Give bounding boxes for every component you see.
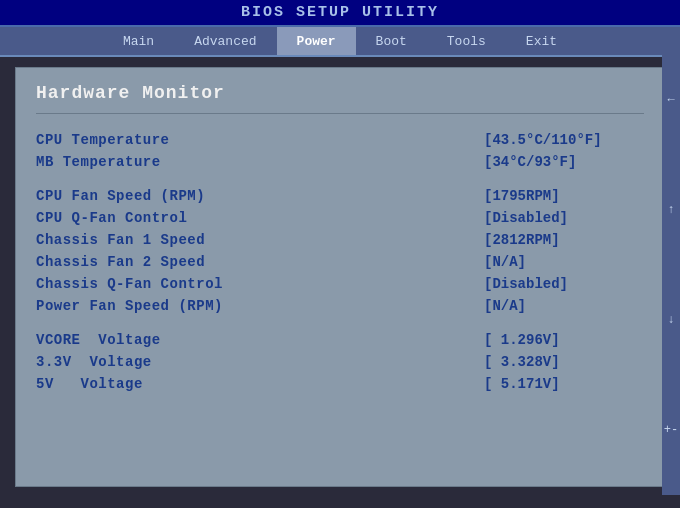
label-5v-voltage: 5V Voltage [36,376,143,392]
row-power-fan: Power Fan Speed (RPM) [N/A] [36,295,644,317]
row-cpu-temperature: CPU Temperature [43.5°C/110°F] [36,129,644,151]
header-title-text: BIOS SETUP UTILITY [241,4,439,21]
spacer-1 [36,173,644,185]
label-cpu-qfan: CPU Q-Fan Control [36,210,187,226]
row-chassis-fan1: Chassis Fan 1 Speed [2812RPM] [36,229,644,251]
arrow-left-icon[interactable]: ← [667,93,674,107]
label-mb-temperature: MB Temperature [36,154,161,170]
arrow-down-icon[interactable]: ↓ [667,313,674,327]
row-chassis-fan2: Chassis Fan 2 Speed [N/A] [36,251,644,273]
tab-main[interactable]: Main [103,27,174,55]
right-sidebar: ← ↑ ↓ +- [662,35,680,495]
value-chassis-fan1: [2812RPM] [484,232,644,248]
row-cpu-fan-speed: CPU Fan Speed (RPM) [1795RPM] [36,185,644,207]
value-chassis-fan2: [N/A] [484,254,644,270]
value-chassis-qfan: [Disabled] [484,276,644,292]
label-chassis-fan1: Chassis Fan 1 Speed [36,232,205,248]
tab-exit[interactable]: Exit [506,27,577,55]
tab-tools[interactable]: Tools [427,27,506,55]
row-cpu-qfan[interactable]: CPU Q-Fan Control [Disabled] [36,207,644,229]
row-mb-temperature: MB Temperature [34°C/93°F] [36,151,644,173]
bios-screen: BIOS SETUP UTILITY Main Advanced Power B… [0,0,680,508]
row-chassis-qfan[interactable]: Chassis Q-Fan Control [Disabled] [36,273,644,295]
tab-power[interactable]: Power [277,27,356,55]
tab-bar[interactable]: Main Advanced Power Boot Tools Exit [0,27,680,57]
value-power-fan: [N/A] [484,298,644,314]
label-33v-voltage: 3.3V Voltage [36,354,152,370]
tab-advanced[interactable]: Advanced [174,27,276,55]
label-cpu-temperature: CPU Temperature [36,132,170,148]
main-content-area: Hardware Monitor CPU Temperature [43.5°C… [15,67,665,487]
label-cpu-fan-speed: CPU Fan Speed (RPM) [36,188,205,204]
row-vcore-voltage: VCORE Voltage [ 1.296V] [36,329,644,351]
section-title: Hardware Monitor [36,83,644,103]
value-33v-voltage: [ 3.328V] [484,354,644,370]
tab-boot[interactable]: Boot [356,27,427,55]
plus-minus-icon[interactable]: +- [664,423,678,437]
row-33v-voltage: 3.3V Voltage [ 3.328V] [36,351,644,373]
label-vcore-voltage: VCORE Voltage [36,332,161,348]
label-chassis-fan2: Chassis Fan 2 Speed [36,254,205,270]
label-chassis-qfan: Chassis Q-Fan Control [36,276,223,292]
value-cpu-qfan: [Disabled] [484,210,644,226]
label-power-fan: Power Fan Speed (RPM) [36,298,223,314]
value-5v-voltage: [ 5.171V] [484,376,644,392]
spacer-2 [36,317,644,329]
value-vcore-voltage: [ 1.296V] [484,332,644,348]
value-cpu-temperature: [43.5°C/110°F] [484,132,644,148]
value-mb-temperature: [34°C/93°F] [484,154,644,170]
bios-title: BIOS SETUP UTILITY [0,0,680,27]
value-cpu-fan-speed: [1795RPM] [484,188,644,204]
arrow-up-icon[interactable]: ↑ [667,203,674,217]
section-divider [36,113,644,114]
row-5v-voltage: 5V Voltage [ 5.171V] [36,373,644,395]
